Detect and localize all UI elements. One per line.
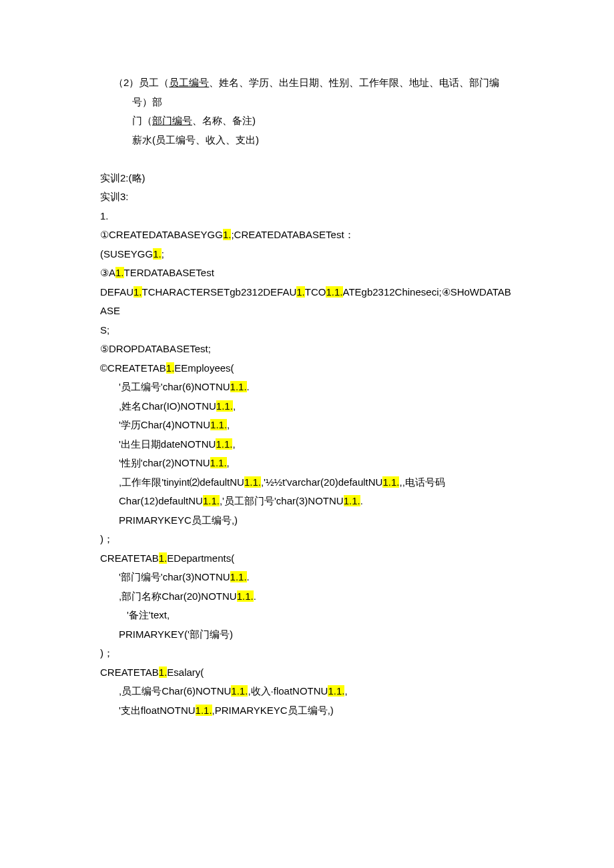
line-12: ⑤DROPDATABASETest; xyxy=(100,340,514,359)
t: Char(12)defaultNU xyxy=(119,495,203,506)
line-26: '备注'text, xyxy=(100,606,514,625)
line-14: '员工编号'char(6)NOTNU1.1.. xyxy=(100,378,514,397)
t: , xyxy=(227,419,230,430)
highlight: 1. xyxy=(115,267,124,278)
highlight: 1. xyxy=(296,286,305,298)
highlight: 1. xyxy=(153,248,162,260)
line-18: '性别'char(2)NOTNU1.1., xyxy=(100,454,514,473)
underline-text: 员工编号 xyxy=(169,77,209,88)
t: '员工编号'char(6)NOTNU xyxy=(119,381,230,392)
t: EDepartments( xyxy=(167,552,234,564)
line-15: ,姓名Char(IO)NOTNU1.1., xyxy=(100,397,514,416)
highlight: 1. xyxy=(223,229,232,240)
line-23: CREATETAB1.EDepartments( xyxy=(100,549,514,568)
t: 门（ xyxy=(132,115,152,126)
t: ,'员工部门号'char(3)NOTNU xyxy=(220,495,344,506)
highlight: 1.1. xyxy=(230,381,247,392)
t: . xyxy=(247,381,250,392)
t: , xyxy=(233,400,236,412)
line-05: 实训3: xyxy=(100,187,514,207)
t: ©CREATETAB xyxy=(100,362,166,374)
line-11: S; xyxy=(100,321,514,340)
line-08: (SUSEYGG1.; xyxy=(100,245,514,264)
t: , xyxy=(232,438,235,450)
blank-line xyxy=(100,149,514,169)
line-24: '部门编号'char(3)NOTNU1.1.. xyxy=(100,568,514,587)
line-21: PRIMARYKEYC员工编号,) xyxy=(100,511,514,530)
t: （2）员工（ xyxy=(113,77,169,88)
highlight: 1.1. xyxy=(344,495,360,506)
t: . xyxy=(247,571,250,582)
t: , xyxy=(344,685,347,697)
line-17: '出生日期dateNOTNU1.1., xyxy=(100,435,514,454)
highlight: 1.1. xyxy=(210,457,227,468)
highlight: 1.1. xyxy=(328,685,344,697)
t: Esalary( xyxy=(167,667,204,678)
t: . xyxy=(360,495,363,506)
t: '支出floatNOTNU xyxy=(119,705,196,716)
highlight: 1. xyxy=(133,286,142,298)
t: TERDATABASETest xyxy=(124,267,214,278)
highlight: 1.1. xyxy=(210,419,227,430)
t: CREATETAB xyxy=(100,552,159,564)
t: , xyxy=(227,457,230,468)
t: ,收入·floatNOTNU xyxy=(248,685,328,697)
t: '出生日期dateNOTNU xyxy=(119,438,216,450)
highlight: 1.1. xyxy=(231,685,248,697)
line-28: )； xyxy=(100,644,514,663)
highlight: 1.1. xyxy=(203,495,220,506)
highlight: 1. xyxy=(166,362,175,374)
t: ; xyxy=(162,248,164,260)
t: '性别'char(2)NOTNU xyxy=(119,457,210,468)
highlight: 1.1. xyxy=(196,705,212,716)
line-07: ①CREATEDATABASEYGG1.;CREATEDATABASETest： xyxy=(100,226,514,245)
t: TCHARACTERSETgb2312DEFAU xyxy=(142,286,297,298)
t: ①CREATEDATABASEYGG xyxy=(100,229,223,240)
highlight: 1. xyxy=(159,552,168,564)
t: ③A xyxy=(100,267,115,278)
highlight: 1. xyxy=(159,667,168,678)
t: EEmployees( xyxy=(174,362,234,374)
t: CREATETAB xyxy=(100,667,159,678)
t: (SUSEYGG xyxy=(100,248,153,260)
t: DEFAU xyxy=(100,286,133,298)
t: ,'½½t'varchar(20)defaultNU xyxy=(261,476,382,488)
line-13: ©CREATETAB1.EEmployees( xyxy=(100,359,514,378)
line-02: 门（部门编号、名称、备注) xyxy=(100,111,514,131)
t: ,PRIMARYKEYC员工编号,) xyxy=(212,705,334,716)
t: TCO xyxy=(305,286,326,298)
highlight: 1.1. xyxy=(230,571,247,582)
t: ;CREATEDATABASETest： xyxy=(231,229,354,240)
t: ,姓名Char(IO)NOTNU xyxy=(119,400,216,412)
line-25: ,部门名称Char(20)NOTNU1.1.. xyxy=(100,587,514,606)
line-27: PRIMARYKEY('部门编号) xyxy=(100,625,514,644)
t: ,部门名称Char(20)NOTNU xyxy=(119,590,237,602)
line-20: Char(12)defaultNU1.1.,'员工部门号'char(3)NOTN… xyxy=(100,492,514,511)
t: ,员工编号Char(6)NOTNU xyxy=(119,685,231,697)
underline-text: 部门编号 xyxy=(152,115,192,126)
t: '部门编号'char(3)NOTNU xyxy=(119,571,230,582)
line-01: （2）员工（员工编号、姓名、学历、出生日期、性别、工作年限、地址、电话、部门编号… xyxy=(100,73,514,111)
line-06: 1. xyxy=(100,207,514,226)
line-16: '学历Char(4)NOTNU1.1., xyxy=(100,416,514,435)
t: '学历Char(4)NOTNU xyxy=(119,419,210,430)
line-31: '支出floatNOTNU1.1.,PRIMARYKEYC员工编号,) xyxy=(100,701,514,721)
t: . xyxy=(254,590,256,602)
t: ,工作年限'tinyint⑵defaultNU xyxy=(119,476,244,488)
highlight: 1.1. xyxy=(326,286,342,298)
highlight: 1.1. xyxy=(216,438,232,450)
line-30: ,员工编号Char(6)NOTNU1.1.,收入·floatNOTNU1.1., xyxy=(100,682,514,701)
highlight: 1.1. xyxy=(237,590,254,602)
line-03: 薪水(员工编号、收入、支出) xyxy=(100,131,514,150)
line-22: )； xyxy=(100,530,514,549)
line-19: ,工作年限'tinyint⑵defaultNU1.1.,'½½t'varchar… xyxy=(100,473,514,492)
t: 、名称、备注) xyxy=(192,115,256,126)
line-09: ③A1.TERDATABASETest xyxy=(100,264,514,283)
line-04: 实训2:(略) xyxy=(100,169,514,188)
highlight: 1.1. xyxy=(216,400,233,412)
highlight: 1.1. xyxy=(244,476,261,488)
line-29: CREATETAB1.Esalary( xyxy=(100,663,514,683)
line-10: DEFAU1.TCHARACTERSETgb2312DEFAU1.TCO1.1.… xyxy=(100,283,514,321)
highlight: 1.1. xyxy=(382,476,399,488)
t: ,,电话号码 xyxy=(399,476,444,488)
